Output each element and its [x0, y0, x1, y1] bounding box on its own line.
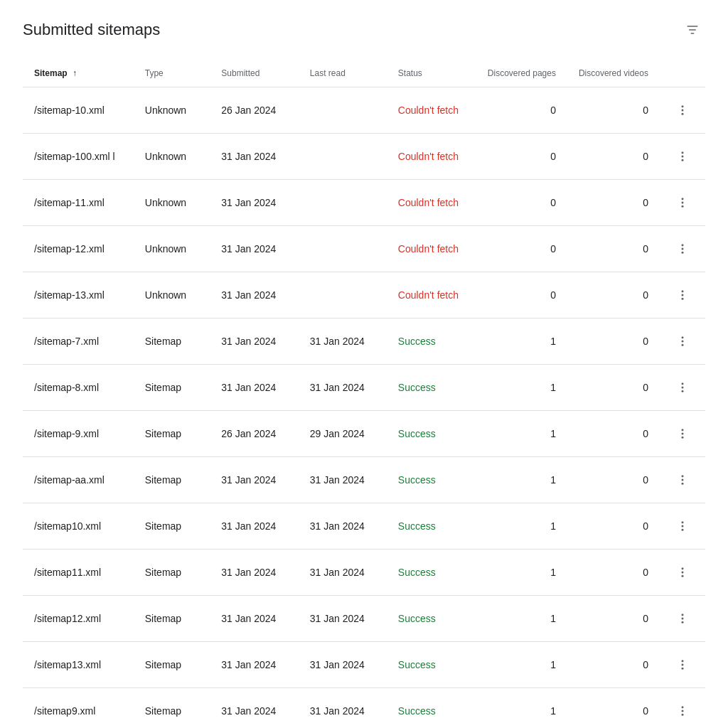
more-options-button[interactable] — [671, 515, 694, 537]
more-options-button[interactable] — [671, 191, 694, 214]
lastread-cell — [299, 180, 387, 226]
status-cell: Success — [387, 411, 475, 457]
table-row: /sitemap-7.xml Sitemap 31 Jan 2024 31 Ja… — [23, 318, 705, 365]
more-options-button[interactable] — [671, 99, 694, 122]
status-badge: Success — [398, 613, 436, 624]
svg-point-37 — [681, 618, 683, 620]
more-options-button[interactable] — [671, 561, 694, 584]
sort-arrow-icon: ↑ — [73, 68, 77, 78]
sitemap-name: /sitemap-10.xml — [23, 87, 134, 134]
actions-cell — [660, 226, 705, 272]
more-options-button[interactable] — [671, 237, 694, 260]
sitemap-name: /sitemap-13.xml — [23, 272, 134, 318]
table-header: Sitemap ↑ Type Submitted Last read Statu… — [23, 60, 705, 87]
type-cell: Unknown — [134, 87, 210, 134]
status-badge: Success — [398, 336, 436, 347]
status-badge: Couldn't fetch — [398, 105, 459, 116]
more-vertical-icon — [676, 427, 689, 440]
svg-point-38 — [681, 621, 683, 623]
actions-cell — [660, 87, 705, 134]
svg-point-4 — [681, 109, 683, 112]
more-options-button[interactable] — [671, 607, 694, 630]
more-vertical-icon — [676, 705, 689, 717]
svg-point-6 — [681, 151, 683, 154]
status-cell: Success — [387, 688, 475, 729]
status-badge: Couldn't fetch — [398, 243, 459, 255]
svg-point-36 — [681, 614, 683, 616]
more-options-button[interactable] — [671, 376, 694, 399]
table-body: /sitemap-10.xml Unknown 26 Jan 2024 Coul… — [23, 87, 705, 729]
actions-cell — [660, 550, 705, 596]
lastread-cell — [299, 134, 387, 180]
col-header-type: Type — [134, 60, 210, 87]
svg-point-20 — [681, 344, 683, 346]
actions-cell — [660, 642, 705, 688]
type-cell: Sitemap — [134, 688, 210, 729]
type-cell: Sitemap — [134, 457, 210, 503]
header-row: Sitemap ↑ Type Submitted Last read Statu… — [23, 60, 705, 87]
table-row: /sitemap-11.xml Unknown 31 Jan 2024 Coul… — [23, 180, 705, 226]
svg-point-43 — [681, 710, 683, 712]
lastread-cell — [299, 272, 387, 318]
svg-point-7 — [681, 156, 683, 158]
col-header-sitemap[interactable]: Sitemap ↑ — [23, 60, 134, 87]
submitted-cell: 31 Jan 2024 — [210, 642, 299, 688]
svg-point-30 — [681, 521, 683, 523]
svg-point-26 — [681, 437, 683, 439]
discovered-videos-cell: 0 — [567, 318, 660, 365]
svg-point-16 — [681, 294, 683, 296]
table-row: /sitemap-9.xml Sitemap 26 Jan 2024 29 Ja… — [23, 411, 705, 457]
status-cell: Couldn't fetch — [387, 134, 475, 180]
type-cell: Sitemap — [134, 550, 210, 596]
table-row: /sitemap-aa.xml Sitemap 31 Jan 2024 31 J… — [23, 457, 705, 503]
submitted-cell: 31 Jan 2024 — [210, 180, 299, 226]
svg-point-32 — [681, 529, 683, 531]
status-cell: Success — [387, 457, 475, 503]
filter-button[interactable] — [680, 17, 705, 43]
svg-point-31 — [681, 525, 683, 528]
more-vertical-icon — [676, 381, 689, 394]
svg-point-11 — [681, 205, 683, 208]
header: Submitted sitemaps — [23, 17, 705, 43]
sitemap-name: /sitemap10.xml — [23, 503, 134, 550]
status-badge: Couldn't fetch — [398, 197, 459, 208]
discovered-pages-cell: 0 — [475, 134, 567, 180]
sitemap-name: /sitemap-11.xml — [23, 180, 134, 226]
more-vertical-icon — [676, 612, 689, 625]
status-cell: Couldn't fetch — [387, 180, 475, 226]
more-vertical-icon — [676, 150, 689, 163]
status-badge: Success — [398, 520, 436, 532]
table-row: /sitemap12.xml Sitemap 31 Jan 2024 31 Ja… — [23, 596, 705, 642]
svg-point-19 — [681, 341, 683, 343]
svg-point-42 — [681, 706, 683, 708]
sitemaps-table: Sitemap ↑ Type Submitted Last read Statu… — [23, 60, 705, 728]
sitemap-name: /sitemap11.xml — [23, 550, 134, 596]
discovered-pages-cell: 1 — [475, 457, 567, 503]
col-header-lastread: Last read — [299, 60, 387, 87]
status-cell: Success — [387, 503, 475, 550]
more-options-button[interactable] — [671, 469, 694, 491]
svg-point-8 — [681, 159, 683, 161]
actions-cell — [660, 365, 705, 411]
more-options-button[interactable] — [671, 653, 694, 676]
svg-point-15 — [681, 290, 683, 292]
status-cell: Success — [387, 596, 475, 642]
more-options-button[interactable] — [671, 422, 694, 445]
more-options-button[interactable] — [671, 284, 694, 306]
svg-point-44 — [681, 714, 683, 716]
page-container: Submitted sitemaps Sitemap ↑ Type Submit… — [0, 0, 728, 728]
sitemap-name: /sitemap-aa.xml — [23, 457, 134, 503]
submitted-cell: 31 Jan 2024 — [210, 457, 299, 503]
more-options-button[interactable] — [671, 700, 694, 722]
actions-cell — [660, 457, 705, 503]
lastread-cell: 31 Jan 2024 — [299, 550, 387, 596]
type-cell: Unknown — [134, 134, 210, 180]
more-options-button[interactable] — [671, 330, 694, 353]
more-vertical-icon — [676, 566, 689, 579]
lastread-cell: 31 Jan 2024 — [299, 503, 387, 550]
svg-point-28 — [681, 479, 683, 481]
more-options-button[interactable] — [671, 145, 694, 168]
submitted-cell: 31 Jan 2024 — [210, 596, 299, 642]
discovered-videos-cell: 0 — [567, 411, 660, 457]
discovered-videos-cell: 0 — [567, 226, 660, 272]
